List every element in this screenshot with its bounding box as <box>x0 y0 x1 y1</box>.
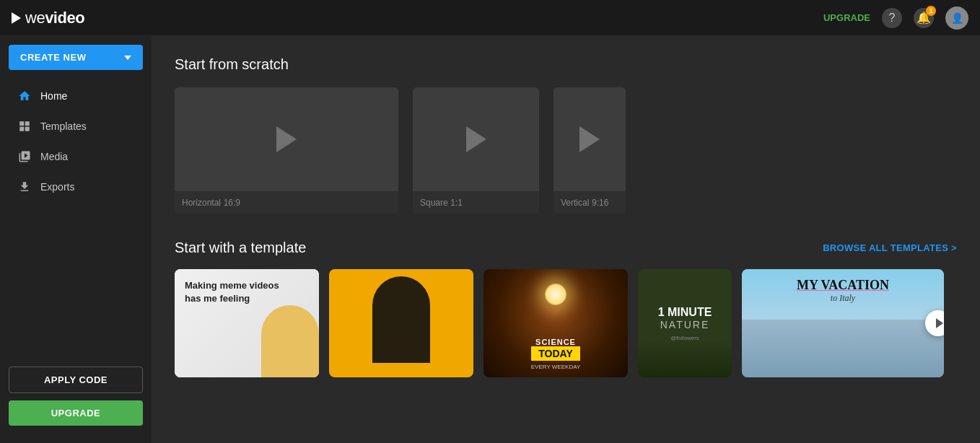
template-card-nature[interactable]: 1 MINUTE NATURE @followers <box>638 269 732 377</box>
scratch-section-title: Start from scratch <box>175 56 957 73</box>
main-content: Start from scratch Horizontal 16:9 Squar… <box>152 36 980 443</box>
science-today-text: SCIENCE TODAY EVERY WEEKDAY <box>531 338 580 370</box>
sidebar-item-home-label: Home <box>40 90 67 102</box>
media-icon <box>17 149 32 164</box>
logo-text: wevideo <box>25 9 84 27</box>
vertical-thumb <box>554 87 626 191</box>
scratch-cards-container: Horizontal 16:9 Square 1:1 Vertical <box>175 87 957 214</box>
template-card-meme[interactable]: Making meme videoshas me feeling <box>175 269 319 377</box>
vertical-label: Vertical 9:16 <box>554 191 626 214</box>
play-icon <box>466 126 486 152</box>
acro-card-inner <box>329 269 473 377</box>
dropdown-arrow-icon <box>124 56 131 60</box>
nature-card-inner: 1 MINUTE NATURE @followers <box>638 269 732 377</box>
help-button[interactable]: ? <box>882 8 902 28</box>
acro-figure <box>372 276 430 363</box>
play-icon <box>276 126 297 152</box>
templates-icon <box>17 119 32 133</box>
sidebar-item-media-label: Media <box>40 151 68 162</box>
meme-card-inner: Making meme videoshas me feeling <box>175 269 319 377</box>
create-new-label: CREATE NEW <box>20 52 86 63</box>
logo-play-icon <box>12 12 21 24</box>
sidebar-item-exports-label: Exports <box>40 181 74 193</box>
template-card-science[interactable]: SCIENCE TODAY EVERY WEEKDAY <box>484 269 628 377</box>
sidebar-item-home[interactable]: Home <box>3 82 149 110</box>
vacation-city <box>742 320 944 377</box>
template-card-acro[interactable] <box>329 269 473 377</box>
sidebar-item-templates[interactable]: Templates <box>3 112 149 141</box>
meme-card-text: Making meme videoshas me feeling <box>185 279 279 305</box>
science-card-inner: SCIENCE TODAY EVERY WEEKDAY <box>484 269 628 377</box>
scratch-card-horizontal[interactable]: Horizontal 16:9 <box>175 87 398 214</box>
chevron-right-icon <box>936 318 943 328</box>
template-section-title: Start with a template <box>175 240 306 256</box>
apply-code-button[interactable]: APPLY CODE <box>9 367 143 393</box>
notification-button[interactable]: 🔔 1 <box>914 8 934 28</box>
sidebar-item-templates-label: Templates <box>40 120 87 132</box>
header: wevideo UPGRADE ? 🔔 1 👤 <box>0 0 980 36</box>
vacation-title-text: MY VACATION to Italy <box>797 278 889 304</box>
body: CREATE NEW Home Templates Media E <box>0 36 980 443</box>
help-icon: ? <box>889 12 896 25</box>
avatar-placeholder: 👤 <box>951 12 963 24</box>
template-cards-container: Making meme videoshas me feeling SCIENCE… <box>175 269 957 377</box>
template-card-vacation[interactable]: MY VACATION to Italy <box>742 269 944 377</box>
nature-card-text: 1 MINUTE NATURE @followers <box>658 306 712 341</box>
logo[interactable]: wevideo <box>12 9 84 27</box>
sidebar-item-media[interactable]: Media <box>3 142 149 171</box>
create-new-button[interactable]: CREATE NEW <box>9 45 143 70</box>
notification-badge: 1 <box>926 6 936 16</box>
horizontal-thumb <box>175 87 398 191</box>
vacation-card-inner: MY VACATION to Italy <box>742 269 944 377</box>
header-upgrade-link[interactable]: UPGRADE <box>823 12 870 23</box>
sidebar-item-exports[interactable]: Exports <box>3 172 149 201</box>
sidebar-upgrade-button[interactable]: UPGRADE <box>9 400 143 426</box>
browse-all-templates-link[interactable]: BROWSE ALL TEMPLATES > <box>823 242 957 253</box>
header-right: UPGRADE ? 🔔 1 👤 <box>823 6 968 30</box>
play-icon <box>579 126 600 152</box>
horizontal-label: Horizontal 16:9 <box>175 191 398 214</box>
leaf-overlay <box>638 341 732 377</box>
meme-person-figure <box>261 305 319 377</box>
sun-graphic <box>545 284 566 305</box>
exports-icon <box>17 180 32 194</box>
sidebar: CREATE NEW Home Templates Media E <box>0 36 152 443</box>
home-icon <box>17 89 32 103</box>
template-section-header: Start with a template BROWSE ALL TEMPLAT… <box>175 240 957 256</box>
avatar[interactable]: 👤 <box>945 6 968 30</box>
scratch-card-square[interactable]: Square 1:1 <box>413 87 539 214</box>
sidebar-bottom: APPLY CODE UPGRADE <box>0 358 152 434</box>
square-label: Square 1:1 <box>413 191 539 214</box>
square-thumb <box>413 87 539 191</box>
scratch-card-vertical[interactable]: Vertical 9:16 <box>554 87 626 214</box>
